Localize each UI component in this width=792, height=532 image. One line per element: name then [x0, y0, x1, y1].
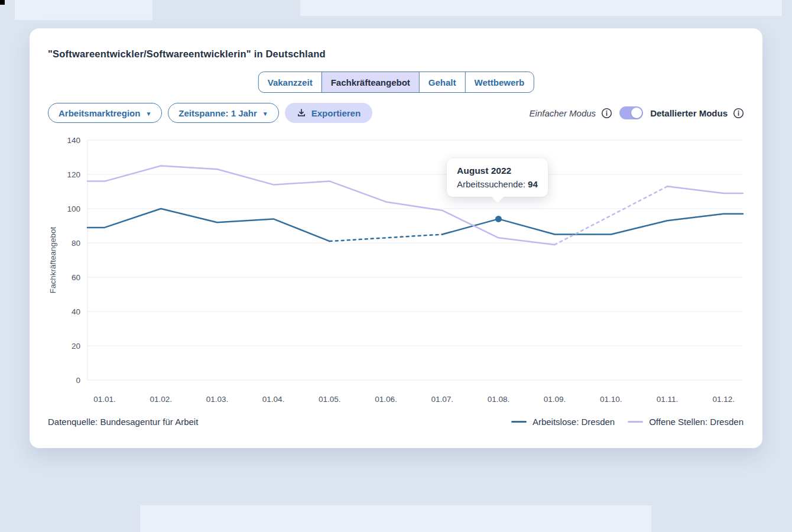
y-tick-label: 120: [67, 170, 80, 179]
screenshot-corner-artifact: [0, 0, 5, 5]
series-line-1: [667, 186, 743, 193]
x-tick-label: 01.10.: [600, 395, 622, 404]
series-line-0: [87, 209, 330, 241]
y-axis-title: Fachkräfteangebot: [48, 226, 57, 293]
data-source-label: Datenquelle: Bundesagentur für Arbeit: [48, 417, 198, 427]
info-icon[interactable]: [601, 108, 612, 119]
timespan-dropdown-label: Zeitspanne: 1 Jahr: [178, 108, 257, 118]
tab-vakanzzeit[interactable]: Vakanzzeit: [259, 72, 322, 92]
x-tick-label: 01.02.: [150, 395, 172, 404]
y-tick-label: 80: [72, 239, 80, 248]
y-tick-label: 0: [76, 376, 80, 385]
legend-swatch-blue: [511, 421, 527, 423]
tab-gehalt[interactable]: Gehalt: [419, 72, 465, 92]
chart-tooltip: August 2022 Arbeitssuchende: 94: [447, 158, 548, 197]
y-tick-label: 60: [72, 273, 80, 282]
y-tick-label: 100: [67, 205, 80, 213]
controls-row: Arbeitsmarktregion ▼ Zeitspanne: 1 Jahr …: [48, 103, 744, 123]
background-patch: [140, 505, 651, 532]
x-tick-label: 01.08.: [488, 395, 510, 404]
background-patch: [15, 0, 152, 20]
legend-item-offene-stellen: Offene Stellen: Dresden: [628, 417, 744, 427]
export-button-label: Exportieren: [311, 108, 361, 118]
x-tick-label: 01.04.: [262, 395, 285, 404]
series-line-0: [442, 214, 743, 235]
export-button[interactable]: Exportieren: [285, 103, 372, 123]
legend-swatch-purple: [628, 421, 643, 423]
mode-toggle[interactable]: [619, 106, 643, 119]
region-dropdown-button[interactable]: Arbeitsmarktregion ▼: [48, 103, 162, 123]
mode-toggle-knob: [631, 108, 642, 118]
tab-bar: Vakanzzeit Fachkräfteangebot Gehalt Wett…: [258, 72, 534, 93]
page-title: "Softwareentwickler/Softwareentwicklerin…: [48, 48, 326, 60]
download-icon: [297, 108, 306, 118]
timespan-dropdown-button[interactable]: Zeitspanne: 1 Jahr ▼: [168, 103, 278, 123]
gridlines: 020406080100120140: [67, 136, 743, 385]
x-tick-label: 01.09.: [544, 395, 566, 404]
highlighted-data-point[interactable]: [495, 216, 502, 222]
mode-switch-group: Einfacher Modus Detallierter Modus: [530, 106, 744, 119]
series-line-1: [555, 186, 667, 245]
legend-label: Offene Stellen: Dresden: [649, 417, 744, 427]
x-tick-label: 01.03.: [206, 395, 229, 404]
x-tick-label: 01.12.: [712, 395, 735, 404]
x-tick-label: 01.06.: [375, 395, 397, 404]
footer-row: Datenquelle: Bundesagentur für Arbeit Ar…: [48, 417, 744, 427]
x-tick-label: 01.07.: [431, 395, 453, 404]
x-tick-label: 01.11.: [657, 395, 679, 404]
line-chart[interactable]: 020406080100120140Fachkräfteangebot01.01…: [30, 129, 762, 413]
background-patch: [300, 0, 782, 16]
detailed-mode-label: Detallierter Modus: [650, 108, 728, 118]
legend-label: Arbeitslose: Dresden: [533, 417, 615, 427]
chevron-down-icon: ▼: [262, 111, 268, 117]
info-icon[interactable]: [733, 108, 744, 119]
region-dropdown-label: Arbeitsmarktregion: [59, 108, 140, 118]
dashboard-card: "Softwareentwickler/Softwareentwicklerin…: [30, 28, 762, 448]
series-line-0: [330, 235, 442, 242]
legend-item-arbeitslose: Arbeitslose: Dresden: [511, 417, 615, 427]
x-tick-label: 01.01.: [93, 395, 116, 404]
tab-wettbewerb[interactable]: Wettbewerb: [465, 72, 534, 92]
x-tick-labels: 01.01.01.02.01.03.01.04.01.05.01.06.01.0…: [93, 395, 735, 404]
y-tick-label: 20: [72, 342, 80, 351]
tab-fachkraefteangebot[interactable]: Fachkräfteangebot: [322, 72, 419, 92]
tooltip-value-line: Arbeitssuchende: 94: [457, 179, 538, 189]
y-tick-label: 140: [67, 136, 80, 145]
chart-legend: Arbeitslose: Dresden Offene Stellen: Dre…: [511, 417, 744, 427]
x-tick-label: 01.05.: [319, 395, 341, 404]
chevron-down-icon: ▼: [145, 111, 151, 117]
simple-mode-label: Einfacher Modus: [530, 108, 596, 118]
y-tick-label: 40: [72, 307, 80, 316]
tooltip-title: August 2022: [457, 166, 538, 176]
